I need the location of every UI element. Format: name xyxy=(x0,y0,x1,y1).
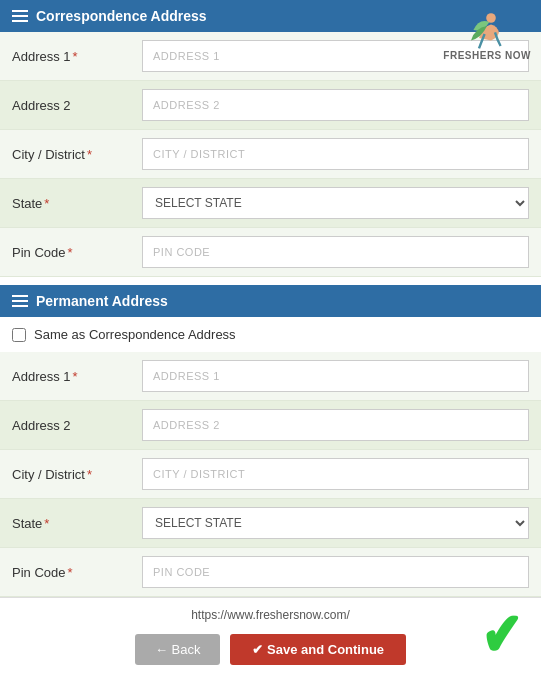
correspondence-title: Correspondence Address xyxy=(36,8,207,24)
same-as-label[interactable]: Same as Correspondence Address xyxy=(34,327,236,342)
footer-url: https://www.freshersnow.com/ xyxy=(0,604,541,626)
perm-state-select[interactable]: SELECT STATE Andhra Pradesh Karnataka Ma… xyxy=(142,507,529,539)
menu-icon xyxy=(12,10,28,22)
perm-pincode-label: Pin Code* xyxy=(12,565,142,580)
perm-address2-input[interactable] xyxy=(142,409,529,441)
svg-point-0 xyxy=(486,13,496,23)
corr-city-input[interactable] xyxy=(142,138,529,170)
corr-state-label: State* xyxy=(12,196,142,211)
back-button[interactable]: ← Back xyxy=(135,634,221,665)
page-wrapper: Correspondence Address FRESHERS NOW Addr… xyxy=(0,0,541,696)
permanent-section: Permanent Address Same as Correspondence… xyxy=(0,285,541,597)
same-as-row: Same as Correspondence Address xyxy=(0,317,541,352)
corr-address1-label: Address 1* xyxy=(12,49,142,64)
perm-pincode-input[interactable] xyxy=(142,556,529,588)
perm-pincode-row: Pin Code* xyxy=(0,548,541,597)
corr-city-label: City / District* xyxy=(12,147,142,162)
same-as-checkbox[interactable] xyxy=(12,328,26,342)
save-continue-button[interactable]: ✔ Save and Continue xyxy=(230,634,406,665)
logo-text: FRESHERS NOW xyxy=(443,50,531,62)
perm-address2-row: Address 2 xyxy=(0,401,541,450)
corr-pincode-row: Pin Code* xyxy=(0,228,541,277)
perm-address2-label: Address 2 xyxy=(12,418,142,433)
corr-address2-label: Address 2 xyxy=(12,98,142,113)
footer-buttons: ← Back ✔ Save and Continue xyxy=(0,626,541,675)
corr-address2-row: Address 2 xyxy=(0,81,541,130)
perm-address1-input[interactable] xyxy=(142,360,529,392)
perm-state-label: State* xyxy=(12,516,142,531)
perm-address1-label: Address 1* xyxy=(12,369,142,384)
perm-address1-row: Address 1* xyxy=(0,352,541,401)
perm-city-label: City / District* xyxy=(12,467,142,482)
checkmark-overlay: ✔ xyxy=(481,606,521,666)
footer: https://www.freshersnow.com/ ← Back ✔ Sa… xyxy=(0,597,541,675)
corr-address2-input[interactable] xyxy=(142,89,529,121)
permanent-title: Permanent Address xyxy=(36,293,168,309)
corr-pincode-label: Pin Code* xyxy=(12,245,142,260)
perm-city-input[interactable] xyxy=(142,458,529,490)
corr-city-row: City / District* xyxy=(0,130,541,179)
corr-state-select[interactable]: SELECT STATE Andhra Pradesh Karnataka Ma… xyxy=(142,187,529,219)
section-gap xyxy=(0,277,541,285)
correspondence-section: Correspondence Address FRESHERS NOW Addr… xyxy=(0,0,541,277)
permanent-header: Permanent Address xyxy=(0,285,541,317)
perm-city-row: City / District* xyxy=(0,450,541,499)
perm-state-row: State* SELECT STATE Andhra Pradesh Karna… xyxy=(0,499,541,548)
corr-state-row: State* SELECT STATE Andhra Pradesh Karna… xyxy=(0,179,541,228)
logo-area: FRESHERS NOW xyxy=(443,10,531,62)
logo-figure xyxy=(467,10,507,50)
menu-icon-2 xyxy=(12,295,28,307)
corr-pincode-input[interactable] xyxy=(142,236,529,268)
